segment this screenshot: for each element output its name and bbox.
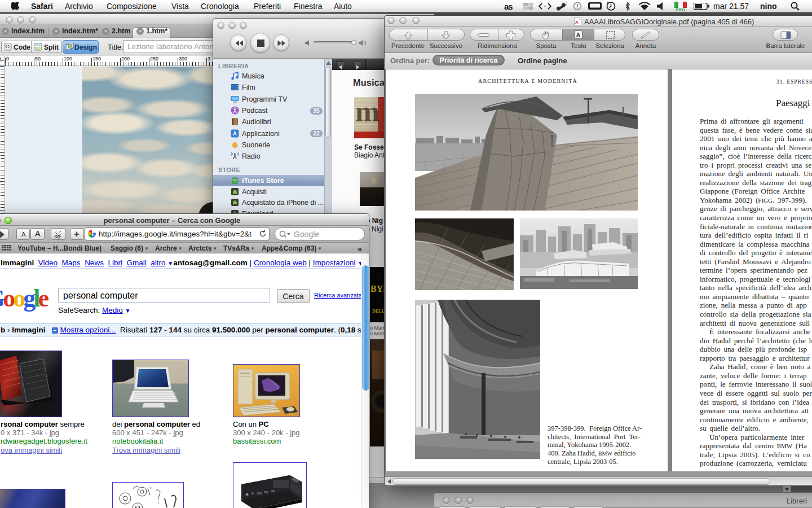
- svg-text:A: A: [575, 20, 579, 25]
